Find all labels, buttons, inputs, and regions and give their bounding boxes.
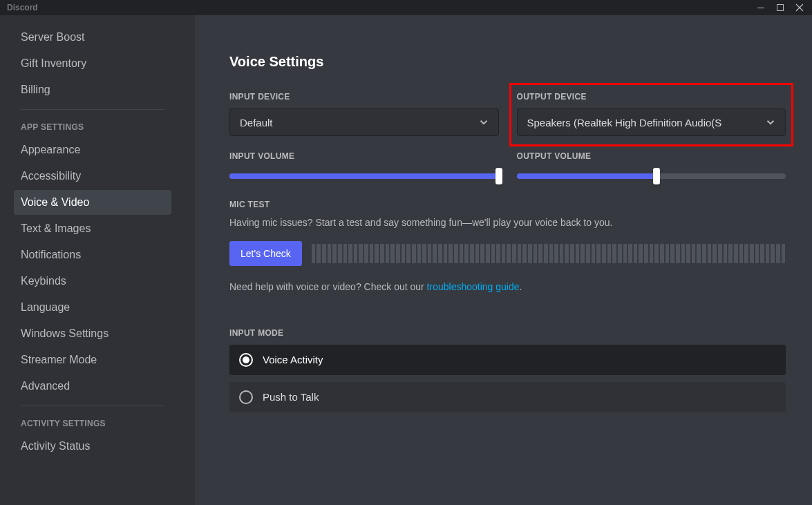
slider-thumb[interactable]: [495, 168, 502, 184]
settings-sidebar: Server Boost Gift Inventory Billing APP …: [0, 15, 195, 505]
sidebar-item-label: Server Boost: [21, 31, 84, 43]
titlebar: Discord: [0, 0, 812, 15]
maximize-button[interactable]: [771, 0, 790, 15]
sidebar-item-label: Accessibility: [21, 170, 81, 182]
sidebar-item-text-images[interactable]: Text & Images: [14, 216, 171, 241]
chevron-down-icon: [764, 116, 777, 128]
sidebar-item-label: Gift Inventory: [21, 57, 86, 69]
app-title: Discord: [3, 3, 38, 12]
slider-thumb[interactable]: [653, 168, 660, 184]
output-device-label: OUTPUT DEVICE: [517, 92, 786, 102]
mic-test-label: MIC TEST: [229, 200, 786, 209]
svg-rect-1: [777, 5, 784, 11]
input-volume-slider[interactable]: [229, 168, 499, 184]
input-device-select[interactable]: Default: [229, 108, 499, 136]
mic-level-meter: [312, 244, 786, 263]
sidebar-item-streamer-mode[interactable]: Streamer Mode: [14, 347, 171, 372]
minimize-button[interactable]: [751, 0, 771, 15]
sidebar-item-language[interactable]: Language: [14, 295, 171, 320]
sidebar-item-activity-status[interactable]: Activity Status: [14, 434, 171, 459]
input-mode-voice-activity[interactable]: Voice Activity: [229, 345, 786, 375]
chevron-down-icon: [478, 116, 490, 128]
input-device-label: INPUT DEVICE: [229, 92, 499, 102]
input-device-value: Default: [240, 117, 273, 128]
input-volume-label: INPUT VOLUME: [229, 151, 499, 161]
sidebar-item-notifications[interactable]: Notifications: [14, 242, 171, 267]
radio-label: Push to Talk: [263, 391, 319, 403]
sidebar-header-activity-settings: ACTIVITY SETTINGS: [14, 406, 191, 434]
sidebar-item-billing[interactable]: Billing: [14, 77, 171, 102]
sidebar-item-keybinds[interactable]: Keybinds: [14, 269, 171, 294]
page-title: Voice Settings: [229, 54, 786, 70]
sidebar-item-label: Language: [21, 301, 70, 313]
radio-label: Voice Activity: [263, 354, 323, 365]
sidebar-item-label: Billing: [21, 84, 50, 95]
sidebar-item-voice-video[interactable]: Voice & Video: [14, 190, 171, 215]
sidebar-item-label: Streamer Mode: [21, 354, 97, 365]
sidebar-item-advanced[interactable]: Advanced: [14, 374, 171, 399]
output-device-highlight: OUTPUT DEVICE Speakers (Realtek High Def…: [509, 83, 794, 146]
settings-content: Voice Settings INPUT DEVICE Default OUTP…: [195, 15, 812, 505]
sidebar-item-label: Notifications: [21, 249, 81, 260]
sidebar-item-windows-settings[interactable]: Windows Settings: [14, 321, 171, 346]
help-text: Need help with voice or video? Check out…: [229, 281, 786, 292]
troubleshooting-link[interactable]: troubleshooting guide: [427, 281, 520, 292]
output-volume-label: OUTPUT VOLUME: [517, 151, 786, 161]
output-device-value: Speakers (Realtek High Definition Audio(…: [527, 117, 722, 128]
sidebar-header-app-settings: APP SETTINGS: [14, 110, 191, 137]
sidebar-item-label: Keybinds: [21, 275, 66, 287]
sidebar-item-label: Advanced: [21, 380, 70, 392]
sidebar-item-appearance[interactable]: Appearance: [14, 137, 171, 162]
radio-icon: [239, 390, 253, 404]
input-mode-push-to-talk[interactable]: Push to Talk: [229, 382, 786, 412]
window-controls: [751, 0, 809, 15]
sidebar-item-accessibility[interactable]: Accessibility: [14, 164, 171, 189]
sidebar-item-label: Windows Settings: [21, 327, 108, 339]
lets-check-button[interactable]: Let's Check: [229, 241, 302, 266]
sidebar-item-label: Text & Images: [21, 222, 91, 234]
svg-rect-0: [757, 8, 764, 8]
close-button[interactable]: [790, 0, 809, 15]
sidebar-item-label: Appearance: [21, 144, 80, 155]
radio-icon: [239, 353, 253, 367]
input-mode-label: INPUT MODE: [229, 328, 786, 338]
sidebar-item-label: Activity Status: [21, 440, 90, 452]
output-volume-slider[interactable]: [517, 168, 786, 184]
mic-test-description: Having mic issues? Start a test and say …: [229, 216, 786, 230]
sidebar-item-server-boost[interactable]: Server Boost: [14, 25, 171, 50]
output-device-select[interactable]: Speakers (Realtek High Definition Audio(…: [517, 108, 786, 136]
sidebar-item-gift-inventory[interactable]: Gift Inventory: [14, 51, 171, 76]
sidebar-item-label: Voice & Video: [21, 196, 89, 208]
